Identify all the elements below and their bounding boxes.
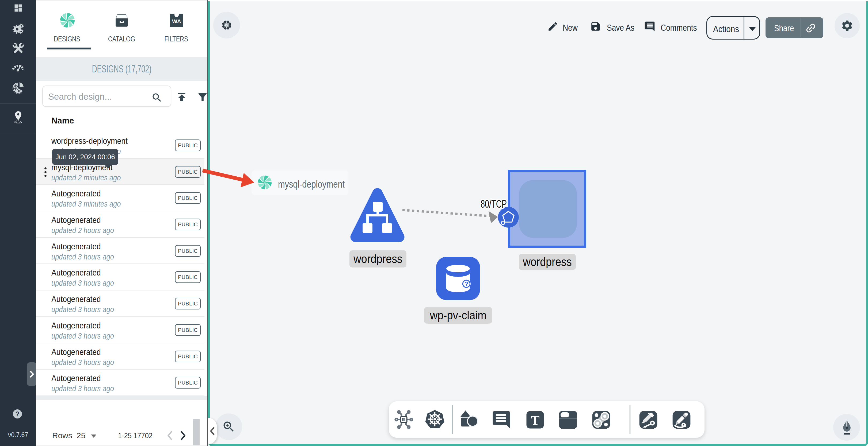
svg-text:mysql-deployment: mysql-deployment [278, 179, 345, 190]
svg-text:80/TCP: 80/TCP [480, 198, 507, 210]
svg-text:T: T [531, 413, 540, 427]
svg-text:?: ? [465, 281, 468, 287]
svg-text:?: ? [15, 410, 19, 418]
svg-text:WA: WA [172, 18, 181, 24]
